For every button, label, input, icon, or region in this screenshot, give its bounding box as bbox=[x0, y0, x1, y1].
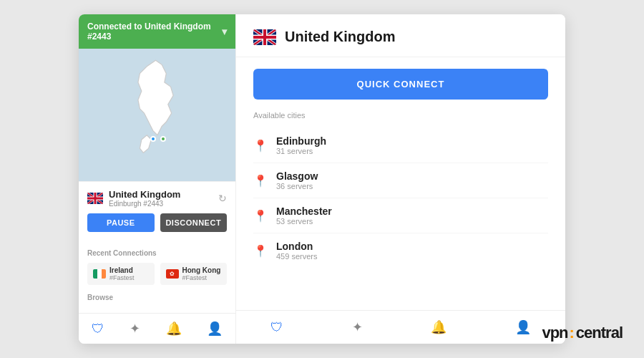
hongkong-name: Hong Kong bbox=[182, 266, 221, 274]
recent-item-hongkong[interactable]: ✿ Hong Kong #Fastest bbox=[160, 263, 228, 285]
manchester-name: Manchester bbox=[276, 205, 332, 217]
watermark: vpn : central bbox=[542, 324, 623, 342]
ireland-info: Ireland #Fastest bbox=[109, 266, 135, 281]
nav-shield-icon[interactable]: 🛡 bbox=[92, 321, 104, 337]
right-nav-globe-icon[interactable]: ✦ bbox=[352, 319, 363, 335]
current-country-info: United Kingdom Edinburgh #2443 bbox=[109, 189, 180, 208]
left-panel: Connected to United Kingdom #2443 ▾ bbox=[79, 14, 236, 344]
action-buttons: PAUSE DISCONNECT bbox=[87, 213, 227, 232]
hongkong-info: Hong Kong #Fastest bbox=[182, 266, 221, 281]
right-bottom-nav: 🛡 ✦ 🔔 👤 bbox=[236, 310, 565, 344]
disconnect-button[interactable]: DISCONNECT bbox=[160, 213, 228, 232]
map-dot-blue bbox=[150, 136, 156, 142]
right-panel: United Kingdom QUICK CONNECT Available c… bbox=[236, 14, 565, 344]
city-item-manchester[interactable]: 📍 Manchester 53 servers bbox=[253, 198, 548, 233]
glasgow-name: Glasgow bbox=[276, 170, 318, 182]
nav-bell-icon[interactable]: 🔔 bbox=[166, 321, 182, 337]
nav-user-icon[interactable]: 👤 bbox=[207, 321, 223, 337]
current-connection-panel: United Kingdom Edinburgh #2443 ↻ PAUSE D… bbox=[79, 181, 235, 243]
glasgow-servers: 36 servers bbox=[276, 182, 318, 190]
ireland-name: Ireland bbox=[109, 266, 135, 274]
hongkong-flag: ✿ bbox=[166, 269, 179, 279]
uk-flag-small bbox=[87, 193, 103, 204]
browse-title: Browse bbox=[87, 294, 227, 301]
connected-bar[interactable]: Connected to United Kingdom #2443 ▾ bbox=[79, 14, 235, 49]
recent-title: Recent Connections bbox=[87, 249, 227, 257]
manchester-info: Manchester 53 servers bbox=[276, 205, 332, 226]
map-area bbox=[79, 49, 235, 181]
glasgow-info: Glasgow 36 servers bbox=[276, 170, 318, 190]
right-country-name: United Kingdom bbox=[285, 29, 395, 45]
map-dots bbox=[150, 136, 166, 142]
browse-section: Browse bbox=[79, 291, 235, 313]
connection-info: United Kingdom Edinburgh #2443 bbox=[87, 189, 180, 208]
watermark-central-text: central bbox=[576, 324, 623, 342]
hongkong-sub: #Fastest bbox=[182, 274, 221, 281]
recent-items-list: Ireland #Fastest ✿ Hong Kong #Fastest bbox=[87, 263, 227, 285]
quick-connect-button[interactable]: QUICK CONNECT bbox=[253, 69, 548, 100]
pin-icon-london: 📍 bbox=[253, 244, 268, 258]
cities-label: Available cities bbox=[253, 111, 548, 120]
left-bottom-nav: 🛡 ✦ 🔔 👤 bbox=[79, 313, 235, 344]
app-container: Connected to United Kingdom #2443 ▾ bbox=[79, 14, 565, 344]
manchester-servers: 53 servers bbox=[276, 217, 332, 226]
recent-section: Recent Connections Ireland #Fastest bbox=[79, 243, 235, 291]
watermark-dot: : bbox=[570, 324, 575, 342]
current-server-label: Edinburgh #2443 bbox=[109, 200, 180, 208]
right-nav-user-icon[interactable]: 👤 bbox=[515, 319, 531, 335]
city-item-edinburgh[interactable]: 📍 Edinburgh 31 servers bbox=[253, 128, 548, 163]
connection-header: United Kingdom Edinburgh #2443 ↻ bbox=[87, 189, 227, 208]
current-country-name: United Kingdom bbox=[109, 189, 180, 200]
right-nav-shield-icon[interactable]: 🛡 bbox=[270, 320, 283, 335]
right-nav-bell-icon[interactable]: 🔔 bbox=[431, 319, 447, 335]
nav-globe-icon[interactable]: ✦ bbox=[130, 321, 140, 337]
uk-map-shape bbox=[114, 56, 200, 173]
connected-bar-text: Connected to United Kingdom #2443 bbox=[87, 21, 222, 42]
recent-item-ireland[interactable]: Ireland #Fastest bbox=[87, 263, 155, 285]
map-dot-green bbox=[160, 136, 166, 142]
ireland-sub: #Fastest bbox=[109, 274, 135, 281]
london-name: London bbox=[276, 241, 317, 252]
right-header: United Kingdom bbox=[236, 14, 565, 57]
edinburgh-name: Edinburgh bbox=[276, 135, 326, 147]
london-servers: 459 servers bbox=[276, 252, 317, 261]
refresh-icon[interactable]: ↻ bbox=[218, 193, 227, 204]
pin-icon-glasgow: 📍 bbox=[253, 174, 268, 188]
edinburgh-servers: 31 servers bbox=[276, 147, 326, 155]
uk-flag-large bbox=[253, 29, 276, 45]
city-item-london[interactable]: 📍 London 459 servers bbox=[253, 233, 548, 268]
watermark-vpn-text: vpn bbox=[542, 324, 567, 342]
pin-icon-edinburgh: 📍 bbox=[253, 139, 268, 153]
pin-icon-manchester: 📍 bbox=[253, 209, 268, 223]
city-item-glasgow[interactable]: 📍 Glasgow 36 servers bbox=[253, 163, 548, 198]
cities-section: Available cities 📍 Edinburgh 31 servers … bbox=[236, 111, 565, 310]
chevron-down-icon: ▾ bbox=[222, 26, 227, 37]
london-info: London 459 servers bbox=[276, 241, 317, 261]
edinburgh-info: Edinburgh 31 servers bbox=[276, 135, 326, 155]
pause-button[interactable]: PAUSE bbox=[87, 213, 155, 232]
ireland-flag bbox=[93, 269, 106, 279]
